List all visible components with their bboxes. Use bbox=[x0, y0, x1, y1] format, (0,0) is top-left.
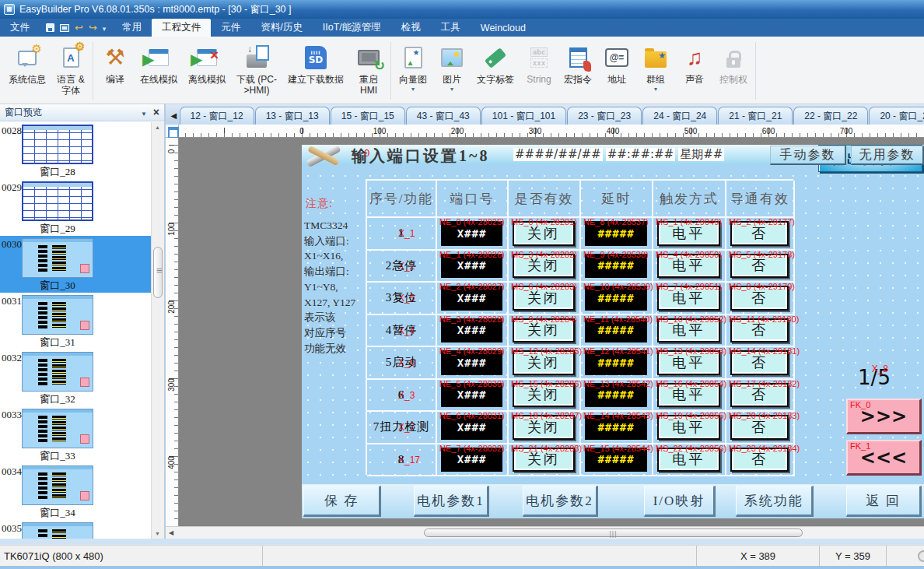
vector-graphics-button[interactable]: 向量图▾ bbox=[394, 39, 432, 103]
close-icon[interactable] bbox=[153, 107, 159, 118]
weekday-display[interactable]: 星期## bbox=[678, 148, 724, 161]
valid-cell[interactable]: 关闭 MS_21 (4x-28288) bbox=[509, 444, 581, 477]
macro-button[interactable]: 宏指令 bbox=[558, 39, 597, 103]
menu-file[interactable]: 文件 bbox=[0, 19, 40, 37]
sound-button[interactable]: 声音 bbox=[675, 39, 714, 103]
window-preview-item[interactable]: 0031 窗口_31 bbox=[0, 293, 151, 349]
note-title[interactable]: 注意: bbox=[306, 197, 333, 211]
window-thumbnail[interactable] bbox=[22, 295, 93, 335]
window-preview-item[interactable]: 0032 窗口_32 bbox=[0, 349, 151, 406]
conduct-cell[interactable]: 否 MS_23 (4x-29184) bbox=[726, 444, 795, 477]
hmi-bottom-button[interactable]: 电机参数2 bbox=[523, 486, 598, 517]
build-download-data-button[interactable]: 建立下载数据 bbox=[282, 39, 349, 103]
port-cell[interactable]: X### NE_6 (4x-28031) bbox=[437, 412, 509, 444]
online-simulation-button[interactable]: 在线模拟 bbox=[135, 39, 183, 103]
conduct-cell[interactable]: 否 MS_2 (4x-29177) bbox=[726, 218, 795, 251]
window-tab[interactable]: 101 - 窗口_101 bbox=[481, 107, 566, 125]
delay-cell[interactable]: ##### NE_9 (4x-28538) bbox=[581, 251, 653, 283]
menu-view[interactable]: 检视 bbox=[391, 19, 431, 37]
valid-cell[interactable]: 关闭 MS_18 (4x-28287) bbox=[509, 412, 581, 444]
valid-cell[interactable]: 关闭 MS_3 (4x-28282) bbox=[509, 251, 581, 283]
trigger-cell[interactable]: 电平 MS_7 (4x-29051) bbox=[653, 283, 726, 315]
window-preview-item[interactable]: 0035 bbox=[0, 520, 151, 539]
port-cell[interactable]: X### NE_3 (4x-28028) bbox=[437, 315, 509, 348]
valid-cell[interactable]: 关闭 MS_6 (4x-28283) bbox=[509, 283, 581, 315]
export-icon[interactable] bbox=[60, 24, 69, 32]
delay-cell[interactable]: ##### NE_8 (4x-28537) bbox=[581, 218, 653, 251]
menu-iiot-energy[interactable]: IIoT/能源管理 bbox=[313, 19, 391, 37]
window-preview-item[interactable]: 0028 窗口_28 bbox=[0, 122, 151, 179]
seq-cell[interactable]: X_2 2急停 bbox=[367, 251, 437, 283]
port-cell[interactable]: X### NE_5 (4x-28030) bbox=[437, 380, 509, 413]
window-tab[interactable]: 22 - 窗口_22 bbox=[793, 107, 868, 125]
offline-simulation-button[interactable]: 离线模拟 bbox=[183, 39, 231, 103]
datetime-display[interactable]: ####/##/## ##:##:## 星期## bbox=[513, 148, 724, 161]
address-button[interactable]: 地址 bbox=[597, 39, 636, 103]
trigger-cell[interactable]: 电平 MS_13 (4x-29053) bbox=[653, 347, 726, 380]
language-font-button[interactable]: 语言 &字体 bbox=[51, 39, 90, 103]
trigger-cell[interactable]: 电平 MS_16 (4x-29054) bbox=[653, 380, 726, 413]
seq-cell[interactable]: X_4 4暂停 bbox=[367, 315, 437, 348]
window-tab[interactable]: 43 - 窗口_43 bbox=[406, 107, 481, 125]
menu-object[interactable]: 元件 bbox=[211, 19, 250, 37]
hmi-page-title[interactable]: 输入端口设置1~8 bbox=[352, 146, 489, 167]
delay-cell[interactable]: ##### NE_11 (4x-28540) bbox=[581, 315, 653, 348]
date-display[interactable]: ####/##/## bbox=[513, 148, 603, 161]
download-pc-hmi-button[interactable]: 下载 (PC->HMI) bbox=[231, 39, 282, 103]
param-button[interactable]: 无用参数 bbox=[851, 146, 924, 165]
trigger-cell[interactable]: 电平 MS_1 (4x-29049) bbox=[653, 218, 726, 251]
window-thumbnail[interactable] bbox=[22, 352, 93, 392]
window-preview-item[interactable]: 0033 窗口_33 bbox=[0, 406, 151, 463]
hmi-design-canvas[interactable]: 输入端口设置1~8 0 ####/##/## ##:##:## 星期## 手动参… bbox=[302, 145, 924, 518]
param-button[interactable]: 手动参数 bbox=[770, 146, 846, 165]
seq-cell[interactable]: X_17 8 bbox=[367, 444, 437, 477]
window-tab[interactable]: 12 - 窗口_12 bbox=[180, 107, 254, 125]
conduct-cell[interactable]: 否 MS_11 (4x-29180) bbox=[726, 315, 795, 348]
valid-cell[interactable]: 关闭 MS_15 (4x-28286) bbox=[509, 380, 581, 413]
sidebar-scrollbar[interactable] bbox=[151, 122, 164, 539]
panel-dropdown-icon[interactable] bbox=[141, 107, 147, 118]
scrollbar-thumb[interactable] bbox=[424, 529, 803, 537]
delay-cell[interactable]: ##### NE_13 (4x-28542) bbox=[581, 380, 653, 413]
seq-cell[interactable]: X_1 1 bbox=[367, 218, 437, 251]
window-tab[interactable]: 15 - 窗口_15 bbox=[331, 107, 405, 125]
valid-cell[interactable]: 关闭 MS_9 (4x-28284) bbox=[509, 315, 581, 348]
conduct-cell[interactable]: 否 MS_14 (4x-29181) bbox=[726, 347, 795, 380]
port-cell[interactable]: X### NE_2 (4x-28027) bbox=[437, 283, 509, 315]
system-info-button[interactable]: 系统信息 bbox=[3, 39, 51, 103]
conduct-cell[interactable]: 否 MS_20 (4x-29183) bbox=[726, 412, 795, 444]
menu-data-history[interactable]: 资料/历史 bbox=[250, 19, 312, 37]
save-icon[interactable] bbox=[46, 23, 54, 32]
chevron-down-icon[interactable]: ▾ bbox=[450, 86, 453, 93]
window-thumbnail[interactable] bbox=[22, 238, 93, 278]
redo-icon[interactable] bbox=[89, 22, 97, 33]
canvas-horizontal-scrollbar[interactable] bbox=[166, 526, 924, 539]
window-tab[interactable]: 23 - 窗口_23 bbox=[567, 107, 642, 125]
tools-hammer-wrench-icon[interactable] bbox=[303, 142, 344, 170]
trigger-cell[interactable]: 电平 MS_22 (4x-29056) bbox=[653, 444, 726, 477]
port-cell[interactable]: X### NE_1 (4x-28026) bbox=[437, 251, 509, 283]
group-button[interactable]: 群组▾ bbox=[636, 39, 675, 103]
trigger-cell[interactable]: 电平 MS_4 (4x-29050) bbox=[653, 251, 726, 283]
hmi-bottom-button[interactable]: I/O映射 bbox=[644, 486, 716, 517]
menu-tool[interactable]: 工具 bbox=[431, 19, 471, 37]
chevron-down-icon[interactable]: ▾ bbox=[411, 86, 415, 93]
window-preview-item[interactable]: 0029 窗口_29 bbox=[0, 179, 151, 236]
note-text[interactable]: TMC3324输入端口:X1~X16,输出端口:Y1~Y8,X127, Y127… bbox=[304, 218, 366, 356]
hmi-bottom-button[interactable]: 系统功能 bbox=[736, 486, 814, 517]
time-display[interactable]: ##:##:## bbox=[606, 148, 676, 161]
zoom-knob-icon[interactable] bbox=[918, 550, 924, 562]
restart-hmi-button[interactable]: 重启HMI bbox=[349, 39, 388, 103]
port-cell[interactable]: X### NE_4 (4x-28029) bbox=[437, 347, 509, 380]
window-preview-item[interactable]: 0034 窗口_34 bbox=[0, 463, 151, 520]
hmi-bottom-button[interactable]: 保 存 bbox=[303, 486, 381, 517]
valid-cell[interactable]: 关闭 MS_12 (4x-28285) bbox=[509, 347, 581, 380]
window-thumbnail[interactable] bbox=[22, 522, 93, 539]
menu-weincloud[interactable]: Weincloud bbox=[471, 19, 536, 37]
window-tab[interactable]: 20 - 窗口_20 bbox=[869, 107, 924, 125]
text-label-button[interactable]: 文字标签 bbox=[471, 39, 520, 103]
conduct-cell[interactable]: 否 MS_17 (4x-29182) bbox=[726, 380, 795, 413]
hmi-bottom-button[interactable]: 电机参数1 bbox=[414, 486, 489, 517]
tab-scroll-left-icon[interactable] bbox=[168, 107, 180, 123]
conduct-cell[interactable]: 否 MS_8 (4x-29179) bbox=[726, 283, 795, 315]
